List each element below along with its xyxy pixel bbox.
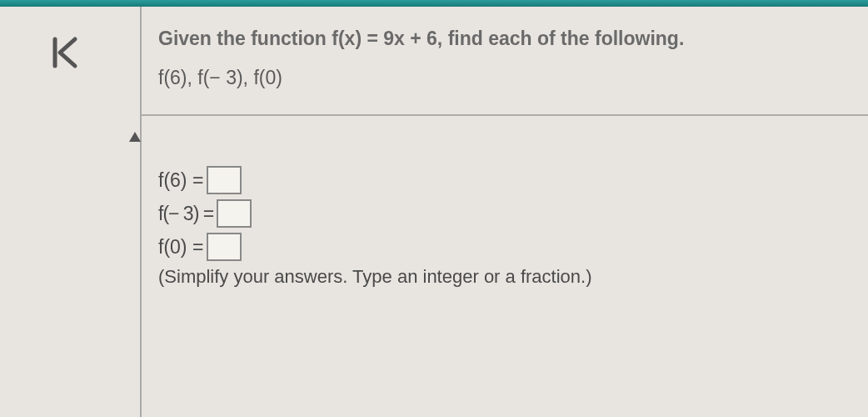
answer-input-f0[interactable] bbox=[207, 233, 242, 261]
scroll-up-icon[interactable] bbox=[129, 132, 141, 142]
main-container: Given the function f(x) = 9x + 6, find e… bbox=[0, 7, 868, 417]
answer-section: f(6) = f(− 3) = f(0) = (Simplify your an… bbox=[142, 116, 868, 304]
answer-instruction: (Simplify your answers. Type an integer … bbox=[158, 266, 851, 288]
answer-row: f(− 3) = bbox=[158, 199, 851, 228]
question-prompt: Given the function f(x) = 9x + 6, find e… bbox=[158, 28, 851, 50]
back-button[interactable] bbox=[49, 32, 91, 73]
arrow-left-icon bbox=[52, 34, 88, 71]
left-panel bbox=[0, 7, 142, 417]
answer-label: f(6) = bbox=[158, 169, 203, 192]
question-sublist: f(6), f(− 3), f(0) bbox=[158, 67, 851, 89]
top-accent-bar bbox=[0, 0, 868, 7]
answer-input-f6[interactable] bbox=[207, 166, 242, 194]
answer-label: f(0) = bbox=[158, 236, 203, 259]
answer-input-fminus3[interactable] bbox=[217, 199, 252, 228]
question-header: Given the function f(x) = 9x + 6, find e… bbox=[142, 7, 868, 116]
answer-row: f(6) = bbox=[158, 166, 851, 194]
answer-row: f(0) = bbox=[158, 233, 851, 261]
answer-label: f(− 3) = bbox=[158, 203, 213, 225]
content-panel: Given the function f(x) = 9x + 6, find e… bbox=[142, 7, 868, 417]
